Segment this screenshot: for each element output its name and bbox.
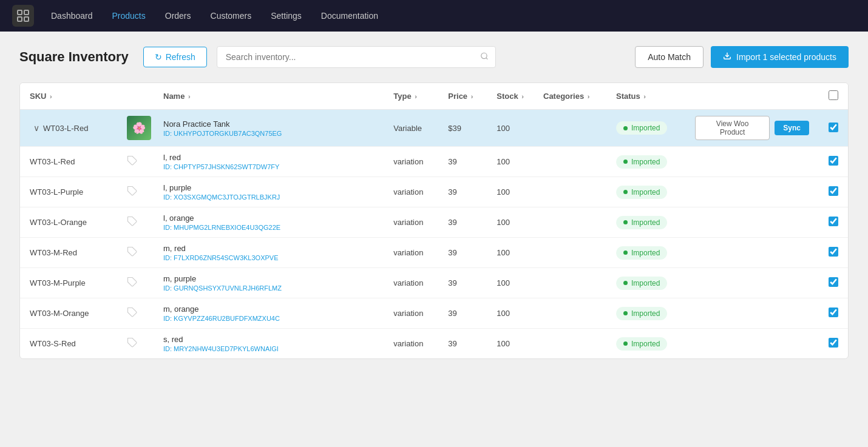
cell-status: Imported	[606, 238, 685, 268]
nav-orders[interactable]: Orders	[163, 7, 194, 24]
col-header-sku[interactable]: SKU ›	[20, 83, 117, 110]
cell-type: variation	[384, 207, 438, 238]
cell-name: m, redID: F7LXRD6ZNR54SCW3KL3OXPVE	[154, 238, 384, 268]
status-badge: Imported	[616, 155, 667, 169]
cell-status: Imported	[606, 177, 685, 207]
cell-type: variation	[384, 238, 438, 268]
cell-status: Imported	[606, 298, 685, 329]
cell-price: 39	[438, 147, 487, 177]
product-thumbnail: 🌸	[127, 116, 151, 140]
cell-sku: WT03-L-Orange	[20, 207, 117, 238]
cell-name: m, purpleID: GURNQSHSYX7UVNLRJH6RFLMZ	[154, 268, 384, 298]
cell-stock: 100	[487, 147, 534, 177]
status-text: Imported	[631, 188, 660, 197]
cell-actions	[685, 329, 819, 359]
cell-name: m, orangeID: KGYVPZZ46RU2BUFDFXMZXU4C	[154, 298, 384, 329]
row-checkbox[interactable]	[829, 308, 838, 317]
status-text: Imported	[631, 309, 660, 318]
sync-button[interactable]: Sync	[775, 121, 809, 135]
cell-price: 39	[438, 238, 487, 268]
nav-documentation[interactable]: Documentation	[319, 7, 381, 24]
cell-thumb	[117, 298, 154, 329]
cell-checkbox	[819, 207, 848, 238]
cell-sku: WT03-L-Purple	[20, 177, 117, 207]
col-header-name[interactable]: Name ›	[154, 83, 384, 110]
sku-value: WT03-L-Orange	[30, 218, 87, 227]
col-header-type[interactable]: Type ›	[384, 83, 438, 110]
cell-thumb	[117, 207, 154, 238]
cell-checkbox	[819, 110, 848, 147]
sku-sort-arrow: ›	[50, 93, 52, 100]
tag-icon	[127, 309, 138, 320]
cell-categories	[534, 207, 606, 238]
main-content: Square Inventory ↻ Refresh Auto Match	[0, 32, 868, 374]
cell-actions	[685, 147, 819, 177]
cell-sku: WT03-L-Red	[20, 147, 117, 177]
col-header-price[interactable]: Price ›	[438, 83, 487, 110]
cell-price: 39	[438, 329, 487, 359]
cell-type: variation	[384, 177, 438, 207]
inventory-table: SKU › Name › Type › Price ›	[20, 83, 848, 358]
col-header-actions	[685, 83, 819, 110]
product-id: ID: GURNQSHSYX7UVNLRJH6RFLMZ	[163, 284, 374, 292]
cell-sku: WT03-M-Purple	[20, 268, 117, 298]
product-name: l, orange	[163, 213, 374, 223]
cell-categories	[534, 329, 606, 359]
product-id: ID: KGYVPZZ46RU2BUFDFXMZXU4C	[163, 315, 374, 322]
row-checkbox[interactable]	[829, 277, 838, 287]
status-dot	[623, 281, 628, 285]
col-header-categories[interactable]: Categories ›	[534, 83, 606, 110]
table-body: ∨WT03-L-Red🌸Nora Practice TankID: UKHYPO…	[20, 110, 848, 359]
nav-customers[interactable]: Customers	[208, 7, 254, 24]
select-all-checkbox[interactable]	[829, 90, 838, 100]
row-checkbox[interactable]	[829, 186, 838, 196]
status-badge: Imported	[616, 307, 667, 320]
cell-sku: WT03-M-Orange	[20, 298, 117, 329]
row-checkbox[interactable]	[829, 217, 838, 226]
cell-sku: WT03-M-Red	[20, 238, 117, 268]
cell-status: Imported	[606, 268, 685, 298]
row-checkbox[interactable]	[829, 156, 838, 166]
col-header-status[interactable]: Status ›	[606, 83, 685, 110]
row-checkbox[interactable]	[829, 123, 838, 132]
cell-categories	[534, 110, 606, 147]
cell-categories	[534, 238, 606, 268]
cell-status: Imported	[606, 147, 685, 177]
cell-checkbox	[819, 147, 848, 177]
import-label: Import 1 selected products	[736, 52, 836, 62]
expand-button[interactable]: ∨	[30, 122, 43, 134]
cell-stock: 100	[487, 207, 534, 238]
cell-type: variation	[384, 298, 438, 329]
product-id: ID: MHUPMG2LRNEBXIOE4U3QG22E	[163, 224, 374, 231]
import-selected-button[interactable]: Import 1 selected products	[711, 46, 849, 68]
row-checkbox[interactable]	[829, 247, 838, 257]
status-text: Imported	[631, 218, 660, 227]
view-woo-product-button[interactable]: View Woo Product	[695, 116, 770, 140]
stock-sort-arrow: ›	[521, 93, 524, 100]
cell-checkbox	[819, 298, 848, 329]
col-header-stock[interactable]: Stock ›	[487, 83, 534, 110]
auto-match-button[interactable]: Auto Match	[635, 46, 704, 68]
product-id: ID: UKHYPOJTORGKUB7AC3QN75EG	[163, 130, 374, 137]
cell-categories	[534, 268, 606, 298]
cell-thumb	[117, 268, 154, 298]
inventory-table-wrap: SKU › Name › Type › Price ›	[19, 82, 849, 359]
cell-type: variation	[384, 147, 438, 177]
sku-value: WT03-L-Purple	[30, 187, 83, 197]
col-header-check[interactable]	[819, 83, 848, 110]
actions-container: View Woo ProductSync	[695, 116, 809, 140]
nav-dashboard[interactable]: Dashboard	[49, 7, 95, 24]
status-badge: Imported	[616, 216, 667, 229]
status-text: Imported	[631, 249, 660, 257]
tag-icon	[127, 249, 138, 259]
cell-type: Variable	[384, 110, 438, 147]
product-name: s, red	[163, 335, 374, 344]
cell-name: l, purpleID: XO3SXGMQMC3JTOJGTRLBJKRJ	[154, 177, 384, 207]
cell-price: 39	[438, 177, 487, 207]
nav-products[interactable]: Products	[110, 7, 148, 24]
row-checkbox[interactable]	[829, 338, 838, 348]
status-badge: Imported	[616, 186, 667, 199]
refresh-button[interactable]: ↻ Refresh	[143, 47, 207, 67]
nav-settings[interactable]: Settings	[268, 7, 304, 24]
search-input[interactable]	[217, 46, 496, 68]
